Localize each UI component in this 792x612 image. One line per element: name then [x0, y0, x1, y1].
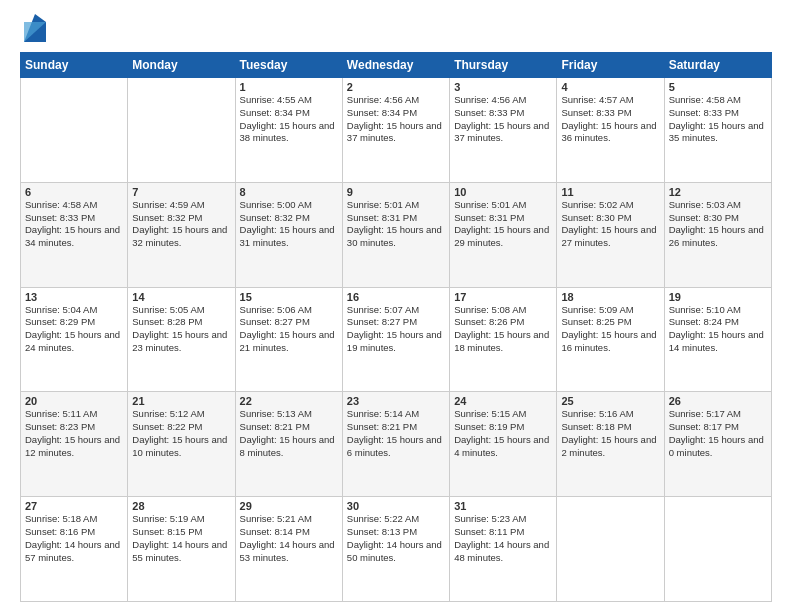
- calendar-cell: 9Sunrise: 5:01 AMSunset: 8:31 PMDaylight…: [342, 182, 449, 287]
- day-info: Sunrise: 5:14 AMSunset: 8:21 PMDaylight:…: [347, 408, 445, 459]
- weekday-header: Tuesday: [235, 53, 342, 78]
- calendar-cell: 31Sunrise: 5:23 AMSunset: 8:11 PMDayligh…: [450, 497, 557, 602]
- calendar-cell: 7Sunrise: 4:59 AMSunset: 8:32 PMDaylight…: [128, 182, 235, 287]
- weekday-header-row: SundayMondayTuesdayWednesdayThursdayFrid…: [21, 53, 772, 78]
- calendar-cell: 13Sunrise: 5:04 AMSunset: 8:29 PMDayligh…: [21, 287, 128, 392]
- calendar-cell: 30Sunrise: 5:22 AMSunset: 8:13 PMDayligh…: [342, 497, 449, 602]
- calendar-cell: 14Sunrise: 5:05 AMSunset: 8:28 PMDayligh…: [128, 287, 235, 392]
- day-info: Sunrise: 5:15 AMSunset: 8:19 PMDaylight:…: [454, 408, 552, 459]
- day-number: 21: [132, 395, 230, 407]
- day-info: Sunrise: 5:03 AMSunset: 8:30 PMDaylight:…: [669, 199, 767, 250]
- day-info: Sunrise: 5:08 AMSunset: 8:26 PMDaylight:…: [454, 304, 552, 355]
- day-info: Sunrise: 4:55 AMSunset: 8:34 PMDaylight:…: [240, 94, 338, 145]
- day-number: 24: [454, 395, 552, 407]
- day-number: 31: [454, 500, 552, 512]
- day-info: Sunrise: 5:13 AMSunset: 8:21 PMDaylight:…: [240, 408, 338, 459]
- day-info: Sunrise: 5:19 AMSunset: 8:15 PMDaylight:…: [132, 513, 230, 564]
- day-info: Sunrise: 5:09 AMSunset: 8:25 PMDaylight:…: [561, 304, 659, 355]
- day-number: 29: [240, 500, 338, 512]
- day-info: Sunrise: 5:23 AMSunset: 8:11 PMDaylight:…: [454, 513, 552, 564]
- calendar-cell: 23Sunrise: 5:14 AMSunset: 8:21 PMDayligh…: [342, 392, 449, 497]
- day-number: 7: [132, 186, 230, 198]
- calendar-cell: 5Sunrise: 4:58 AMSunset: 8:33 PMDaylight…: [664, 78, 771, 183]
- calendar-cell: 3Sunrise: 4:56 AMSunset: 8:33 PMDaylight…: [450, 78, 557, 183]
- day-number: 16: [347, 291, 445, 303]
- calendar-cell: 15Sunrise: 5:06 AMSunset: 8:27 PMDayligh…: [235, 287, 342, 392]
- day-info: Sunrise: 5:02 AMSunset: 8:30 PMDaylight:…: [561, 199, 659, 250]
- calendar-cell: [128, 78, 235, 183]
- calendar-cell: 27Sunrise: 5:18 AMSunset: 8:16 PMDayligh…: [21, 497, 128, 602]
- day-info: Sunrise: 5:11 AMSunset: 8:23 PMDaylight:…: [25, 408, 123, 459]
- day-info: Sunrise: 5:00 AMSunset: 8:32 PMDaylight:…: [240, 199, 338, 250]
- calendar-cell: 10Sunrise: 5:01 AMSunset: 8:31 PMDayligh…: [450, 182, 557, 287]
- day-number: 27: [25, 500, 123, 512]
- day-info: Sunrise: 5:01 AMSunset: 8:31 PMDaylight:…: [454, 199, 552, 250]
- calendar-cell: 8Sunrise: 5:00 AMSunset: 8:32 PMDaylight…: [235, 182, 342, 287]
- day-number: 5: [669, 81, 767, 93]
- day-number: 19: [669, 291, 767, 303]
- day-info: Sunrise: 5:21 AMSunset: 8:14 PMDaylight:…: [240, 513, 338, 564]
- day-info: Sunrise: 5:16 AMSunset: 8:18 PMDaylight:…: [561, 408, 659, 459]
- day-info: Sunrise: 5:18 AMSunset: 8:16 PMDaylight:…: [25, 513, 123, 564]
- calendar-week-row: 1Sunrise: 4:55 AMSunset: 8:34 PMDaylight…: [21, 78, 772, 183]
- day-number: 12: [669, 186, 767, 198]
- day-number: 2: [347, 81, 445, 93]
- calendar-cell: 22Sunrise: 5:13 AMSunset: 8:21 PMDayligh…: [235, 392, 342, 497]
- day-info: Sunrise: 5:05 AMSunset: 8:28 PMDaylight:…: [132, 304, 230, 355]
- day-info: Sunrise: 5:01 AMSunset: 8:31 PMDaylight:…: [347, 199, 445, 250]
- calendar-cell: 28Sunrise: 5:19 AMSunset: 8:15 PMDayligh…: [128, 497, 235, 602]
- logo-icon: [24, 14, 46, 42]
- weekday-header: Thursday: [450, 53, 557, 78]
- calendar-cell: 19Sunrise: 5:10 AMSunset: 8:24 PMDayligh…: [664, 287, 771, 392]
- calendar-week-row: 6Sunrise: 4:58 AMSunset: 8:33 PMDaylight…: [21, 182, 772, 287]
- day-info: Sunrise: 5:10 AMSunset: 8:24 PMDaylight:…: [669, 304, 767, 355]
- day-info: Sunrise: 5:12 AMSunset: 8:22 PMDaylight:…: [132, 408, 230, 459]
- weekday-header: Wednesday: [342, 53, 449, 78]
- day-number: 20: [25, 395, 123, 407]
- day-number: 23: [347, 395, 445, 407]
- logo: [20, 18, 46, 42]
- weekday-header: Monday: [128, 53, 235, 78]
- day-info: Sunrise: 4:56 AMSunset: 8:33 PMDaylight:…: [454, 94, 552, 145]
- calendar-cell: 21Sunrise: 5:12 AMSunset: 8:22 PMDayligh…: [128, 392, 235, 497]
- calendar-cell: [664, 497, 771, 602]
- calendar-cell: 1Sunrise: 4:55 AMSunset: 8:34 PMDaylight…: [235, 78, 342, 183]
- day-info: Sunrise: 5:07 AMSunset: 8:27 PMDaylight:…: [347, 304, 445, 355]
- day-number: 14: [132, 291, 230, 303]
- day-number: 30: [347, 500, 445, 512]
- calendar-cell: 26Sunrise: 5:17 AMSunset: 8:17 PMDayligh…: [664, 392, 771, 497]
- day-info: Sunrise: 5:22 AMSunset: 8:13 PMDaylight:…: [347, 513, 445, 564]
- day-info: Sunrise: 4:58 AMSunset: 8:33 PMDaylight:…: [669, 94, 767, 145]
- calendar-body: 1Sunrise: 4:55 AMSunset: 8:34 PMDaylight…: [21, 78, 772, 602]
- calendar-week-row: 27Sunrise: 5:18 AMSunset: 8:16 PMDayligh…: [21, 497, 772, 602]
- weekday-header: Sunday: [21, 53, 128, 78]
- calendar-week-row: 20Sunrise: 5:11 AMSunset: 8:23 PMDayligh…: [21, 392, 772, 497]
- calendar-cell: 20Sunrise: 5:11 AMSunset: 8:23 PMDayligh…: [21, 392, 128, 497]
- day-number: 11: [561, 186, 659, 198]
- day-number: 22: [240, 395, 338, 407]
- day-number: 8: [240, 186, 338, 198]
- day-number: 26: [669, 395, 767, 407]
- calendar-cell: 2Sunrise: 4:56 AMSunset: 8:34 PMDaylight…: [342, 78, 449, 183]
- day-info: Sunrise: 4:57 AMSunset: 8:33 PMDaylight:…: [561, 94, 659, 145]
- day-info: Sunrise: 4:56 AMSunset: 8:34 PMDaylight:…: [347, 94, 445, 145]
- day-info: Sunrise: 4:58 AMSunset: 8:33 PMDaylight:…: [25, 199, 123, 250]
- calendar-cell: [557, 497, 664, 602]
- day-info: Sunrise: 4:59 AMSunset: 8:32 PMDaylight:…: [132, 199, 230, 250]
- day-number: 18: [561, 291, 659, 303]
- calendar-cell: 25Sunrise: 5:16 AMSunset: 8:18 PMDayligh…: [557, 392, 664, 497]
- calendar-cell: 4Sunrise: 4:57 AMSunset: 8:33 PMDaylight…: [557, 78, 664, 183]
- calendar-cell: 12Sunrise: 5:03 AMSunset: 8:30 PMDayligh…: [664, 182, 771, 287]
- day-number: 3: [454, 81, 552, 93]
- day-number: 6: [25, 186, 123, 198]
- calendar-cell: [21, 78, 128, 183]
- day-number: 17: [454, 291, 552, 303]
- calendar-cell: 29Sunrise: 5:21 AMSunset: 8:14 PMDayligh…: [235, 497, 342, 602]
- calendar-cell: 16Sunrise: 5:07 AMSunset: 8:27 PMDayligh…: [342, 287, 449, 392]
- day-info: Sunrise: 5:04 AMSunset: 8:29 PMDaylight:…: [25, 304, 123, 355]
- calendar-week-row: 13Sunrise: 5:04 AMSunset: 8:29 PMDayligh…: [21, 287, 772, 392]
- calendar-cell: 18Sunrise: 5:09 AMSunset: 8:25 PMDayligh…: [557, 287, 664, 392]
- calendar-cell: 24Sunrise: 5:15 AMSunset: 8:19 PMDayligh…: [450, 392, 557, 497]
- weekday-header: Friday: [557, 53, 664, 78]
- day-number: 1: [240, 81, 338, 93]
